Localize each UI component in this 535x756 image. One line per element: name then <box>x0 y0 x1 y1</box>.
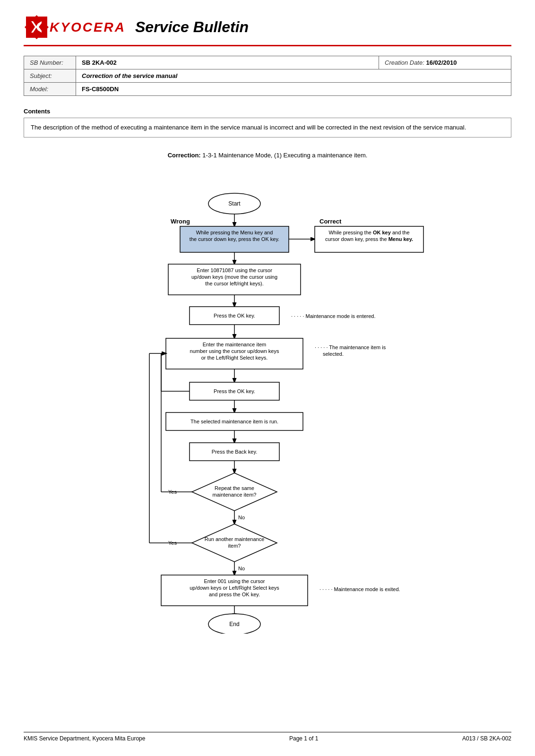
page: KYOCERA Service Bulletin SB Number: SB 2… <box>0 0 535 756</box>
box2-line2: up/down keys (move the cursor using <box>191 274 277 280</box>
contents-box: The description of the method of executi… <box>24 118 511 137</box>
box8-line1: Enter 001 using the cursor <box>204 578 265 584</box>
sb-value: SB 2KA-002 <box>76 56 379 69</box>
dots3: · · · · · Maintenance mode is exited. <box>319 586 400 592</box>
footer: KMIS Service Department, Kyocera Mita Eu… <box>24 732 511 742</box>
bulletin-title: Service Bulletin <box>135 18 249 36</box>
correction-label: Correction: 1-3-1 Maintenance Mode, (1) … <box>24 152 511 159</box>
start-label: Start <box>228 200 241 207</box>
dots1: · · · · · Maintenance mode is entered. <box>291 313 376 319</box>
box4-line1: Enter the maintenance item <box>203 342 267 347</box>
correct-box-line2: cursor down key, press the Menu key. <box>325 236 413 242</box>
correct-box-line1: While pressing the OK key and the <box>328 230 409 235</box>
wrong-label: Wrong <box>171 218 190 225</box>
diamond2-line2: item? <box>228 543 241 549</box>
footer-center: Page 1 of 1 <box>289 735 318 742</box>
box4-line3: or the Left/Right Select keys. <box>201 355 268 361</box>
info-table: SB Number: SB 2KA-002 Creation Date: 16/… <box>24 56 511 96</box>
correct-label: Correct <box>319 218 342 225</box>
model-label: Model: <box>24 83 76 96</box>
flowchart-svg: Wrong Correct Start While pressing the M… <box>88 171 447 634</box>
diamond1-line2: maintenance item? <box>213 492 257 498</box>
model-value: FS-C8500DN <box>76 83 511 96</box>
box4-line2: number using the cursor up/down keys <box>190 348 279 354</box>
box2-line1: Enter 10871087 using the cursor <box>197 267 272 273</box>
header: KYOCERA Service Bulletin <box>24 14 511 46</box>
flowchart-container: Wrong Correct Start While pressing the M… <box>24 171 511 713</box>
dots2b: selected. <box>323 351 344 357</box>
box3-text: Press the OK key. <box>214 313 255 318</box>
box5-text: Press the OK key. <box>214 388 255 394</box>
kyocera-logo: KYOCERA <box>24 14 135 40</box>
contents-text: The description of the method of executi… <box>31 124 466 131</box>
sb-label: SB Number: <box>24 56 76 69</box>
date-value: 16/02/2010 <box>426 59 457 66</box>
flowchart: Wrong Correct Start While pressing the M… <box>88 171 447 713</box>
dots2: · · · · · The maintenance item is <box>315 344 386 350</box>
correction-text: 1-3-1 Maintenance Mode, (1) Executing a … <box>202 152 367 159</box>
no1-label: No <box>238 515 245 520</box>
logo-area: KYOCERA Service Bulletin <box>24 14 249 40</box>
correction-keyword: Correction: <box>168 152 201 159</box>
footer-left: KMIS Service Department, Kyocera Mita Eu… <box>24 735 145 742</box>
date-label: Creation Date: <box>385 59 424 66</box>
wrong-box1-line1: While pressing the Menu key and <box>196 230 273 235</box>
box8-line3: and press the OK key. <box>209 592 260 597</box>
subject-label: Subject: <box>24 69 76 83</box>
box6-text: The selected maintenance item is run. <box>190 419 278 424</box>
subject-value: Correction of the service manual <box>76 69 511 83</box>
box2-line3: the cursor left/right keys). <box>205 281 264 286</box>
diamond1-line1: Repeat the same <box>215 485 254 491</box>
box7-text: Press the Back key. <box>212 449 257 455</box>
footer-right: A013 / SB 2KA-002 <box>462 735 511 742</box>
end-label: End <box>229 621 239 627</box>
logo-text: KYOCERA <box>50 20 126 35</box>
contents-title: Contents <box>24 108 511 115</box>
no2-label: No <box>238 566 245 571</box>
diamond2-line1: Run another maintenance <box>205 536 265 542</box>
kyocera-logo-icon <box>24 14 50 40</box>
box8-line2: up/down keys or Left/Right Select keys <box>190 585 279 591</box>
wrong-box1-line2: the cursor down key, press the OK key. <box>190 236 279 242</box>
